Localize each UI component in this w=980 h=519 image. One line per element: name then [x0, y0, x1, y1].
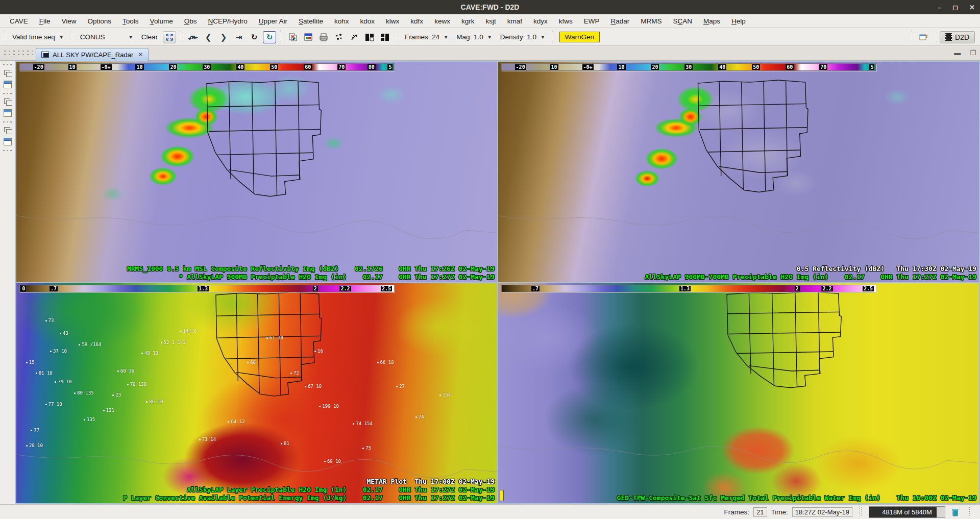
menu-item-kgrk[interactable]: kgrk — [456, 15, 480, 27]
clear-button[interactable]: Clear — [137, 32, 162, 42]
time-mode-dropdown[interactable]: Valid time seq ▼ — [8, 32, 68, 42]
multi-pane-layout-button[interactable] — [363, 31, 376, 43]
first-frame-button[interactable]: ⤺﻿⇤ — [186, 31, 200, 43]
image-properties-button[interactable] — [302, 31, 315, 43]
garbage-collect-button[interactable] — [949, 506, 961, 518]
menu-item-file[interactable]: File — [34, 15, 56, 27]
point-data-button[interactable] — [332, 31, 346, 43]
map-pane-bottom-right[interactable]: .71.322.22.5 GED-TPW-Composite-Sat Sfc M… — [498, 283, 979, 504]
close-icon[interactable]: ✕ — [969, 4, 975, 11]
cascade-windows-icon[interactable] — [4, 98, 12, 106]
status-frames-value[interactable]: 21 — [753, 507, 767, 517]
cascade-windows-icon[interactable] — [4, 127, 12, 134]
colorbar-tick-label: 70 — [337, 64, 346, 70]
colorbar-tick-label: 40 — [236, 64, 244, 70]
menu-item-mrms[interactable]: MRMS — [635, 15, 667, 27]
editor-tab-bar: ALL SKY PW/CAPE_Radar ✕ ▬ ❐ — [0, 46, 980, 61]
menu-item-klwx[interactable]: klwx — [380, 15, 405, 27]
menu-item-volume[interactable]: Volume — [144, 15, 179, 27]
wind-barb-button[interactable] — [348, 31, 361, 43]
colorbar-tick-label: 50 — [752, 64, 760, 70]
minimize-icon[interactable]: – — [938, 4, 941, 11]
last-frame-button[interactable]: ⇥ — [232, 31, 246, 43]
menu-item-upper-air[interactable]: Upper Air — [253, 15, 293, 27]
colorbar-tick-label: 2.2 — [821, 286, 832, 291]
reflectivity-colorbar: -2010-0+10203040506070805 — [19, 63, 395, 71]
metar-station: 66 18 — [377, 360, 394, 365]
tab-all-sky-pw-cape-radar[interactable]: ALL SKY PW/CAPE_Radar ✕ — [36, 48, 149, 61]
toolbar-grip[interactable] — [180, 32, 182, 43]
toolbar-grip[interactable] — [935, 32, 937, 43]
menu-item-kohx[interactable]: kohx — [329, 15, 355, 27]
window-pane-icon[interactable] — [4, 109, 12, 117]
colorbar-tick-label: 2 — [795, 286, 800, 291]
menu-item-obs[interactable]: Obs — [179, 15, 203, 27]
previous-frame-button[interactable]: ❮ — [202, 31, 215, 43]
tab-area-grip[interactable] — [4, 50, 33, 57]
single-pane-layout-button[interactable] — [378, 31, 391, 43]
minimize-view-icon[interactable]: ▬ — [954, 49, 961, 57]
menu-item-help[interactable]: Help — [726, 15, 751, 27]
toolbar-grip[interactable] — [71, 32, 73, 43]
expand-pane-button[interactable] — [163, 31, 176, 43]
toolbar-grip[interactable] — [280, 32, 282, 43]
tab-close-icon[interactable]: ✕ — [138, 51, 143, 58]
toolbar-grip[interactable] — [552, 32, 554, 43]
colorbar-tick-label: 20 — [651, 64, 659, 70]
sidebar-grip[interactable] — [3, 92, 12, 95]
next-frame-button[interactable]: ❯ — [217, 31, 230, 43]
menu-item-kdox[interactable]: kdox — [355, 15, 381, 27]
menu-item-cave[interactable]: CAVE — [4, 15, 34, 27]
window-pane-icon[interactable] — [4, 81, 12, 88]
sidebar-grip[interactable] — [3, 120, 12, 123]
menu-item-kdyx[interactable]: kdyx — [528, 15, 553, 27]
map-pane-top-left[interactable]: -2010-0+10203040506070805 MRMS_1000 0.5 … — [16, 62, 497, 282]
toolbar-grip[interactable] — [3, 32, 5, 43]
mag-dropdown[interactable]: Mag: 1.0 ▼ — [452, 32, 496, 42]
menu-item-ncep-hydro[interactable]: NCEP/Hydro — [202, 15, 253, 27]
image-combine-button[interactable] — [286, 31, 300, 43]
sidebar-grip[interactable] — [3, 149, 12, 152]
menu-item-kmaf[interactable]: kmaf — [502, 15, 528, 27]
d2d-perspective-button[interactable]: D2D — [940, 31, 975, 43]
legend-line: AllSkyLAP 900MB-700MB Preciptable H2O Im… — [645, 273, 976, 281]
menu-item-ksjt[interactable]: ksjt — [480, 15, 501, 27]
menu-item-kfws[interactable]: kfws — [553, 15, 578, 27]
metar-station: 69 10 — [324, 459, 341, 464]
cascade-windows-icon[interactable] — [4, 70, 12, 77]
sidebar-grip[interactable] — [3, 63, 12, 66]
maximize-icon[interactable]: ◻ — [952, 4, 958, 11]
menu-item-kewx[interactable]: kewx — [429, 15, 456, 27]
density-dropdown[interactable]: Density: 1.0 ▼ — [496, 32, 549, 42]
toolbar-grip[interactable] — [911, 32, 913, 43]
loop-button[interactable]: ↻ — [248, 31, 261, 43]
menu-item-maps[interactable]: Maps — [698, 15, 726, 27]
precip-water-colorbar: .71.322.22.5 — [501, 285, 876, 292]
colorbar-tick-label: -20 — [515, 64, 526, 70]
frames-dropdown[interactable]: Frames: 24 ▼ — [401, 32, 452, 42]
menu-item-radar[interactable]: Radar — [605, 15, 635, 27]
print-button[interactable] — [317, 31, 330, 43]
status-time-value[interactable]: 18:27Z 02-May-19 — [792, 507, 852, 517]
scale-dropdown[interactable]: CONUS ▼ — [76, 32, 137, 42]
map-pane-bottom-left[interactable]: 0.71.322.22.5 734337 1059 /1641581 1039 … — [16, 283, 497, 504]
menu-item-tools[interactable]: Tools — [117, 15, 144, 27]
toolbar-grip[interactable] — [396, 32, 398, 43]
menu-item-scan[interactable]: SCAN — [667, 15, 698, 27]
menu-item-ewp[interactable]: EWP — [578, 15, 605, 27]
restore-view-icon[interactable]: ❐ — [970, 49, 976, 57]
new-perspective-button[interactable] — [917, 31, 930, 43]
window-pane-icon[interactable] — [4, 138, 12, 145]
colorbar-tick-label: 2.5 — [863, 286, 874, 291]
menu-item-kdfx[interactable]: kdfx — [405, 15, 429, 27]
image-combine-icon — [288, 33, 298, 42]
warngen-button[interactable]: WarnGen — [559, 32, 600, 42]
metar-station: 59 /164 — [79, 342, 101, 347]
menu-item-satellite[interactable]: Satellite — [293, 15, 329, 27]
menu-item-view[interactable]: View — [56, 15, 82, 27]
menu-item-options[interactable]: Options — [82, 15, 117, 27]
time-options-button[interactable]: ↻ — [263, 31, 276, 43]
metar-station: 81 10 — [36, 371, 53, 376]
pane-sidebar — [0, 61, 15, 504]
map-pane-top-right[interactable]: -2010-0+102030405060705 0.5 Reflectivity… — [498, 62, 979, 282]
